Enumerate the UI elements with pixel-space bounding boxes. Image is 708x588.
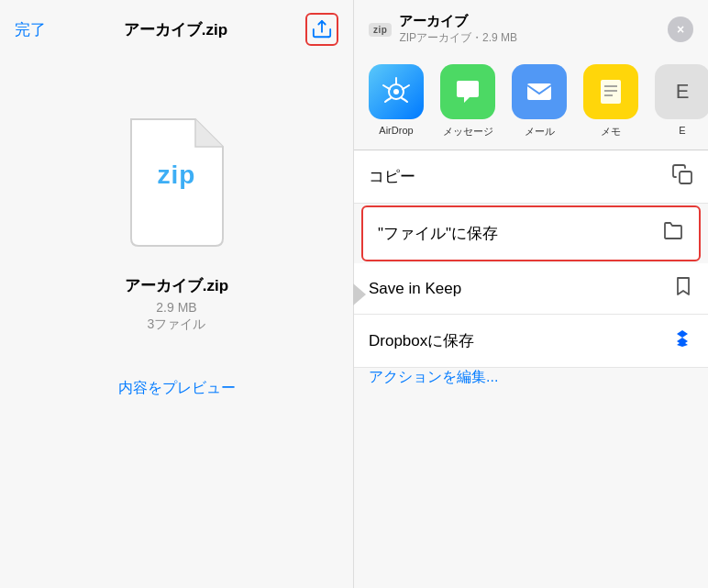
action-save-files-label: "ファイル"に保存 <box>378 223 498 244</box>
share-icons-row: AirDrop メッセージ メール <box>354 53 708 150</box>
left-header: 完了 アーカイブ.zip <box>0 0 353 55</box>
copy-icon <box>671 163 693 190</box>
notes-label: メモ <box>601 125 621 139</box>
arrow-divider <box>353 283 366 305</box>
zip-file-icon: zip <box>122 110 232 248</box>
zip-badge: zip <box>369 23 392 37</box>
extra-icon: E <box>655 64 708 119</box>
svg-rect-3 <box>527 83 551 100</box>
notes-icon <box>583 64 638 119</box>
right-header-left: zip アーカイブ ZIPアーカイブ・2.9 MB <box>369 13 517 46</box>
airdrop-icon <box>369 64 424 119</box>
keep-icon <box>673 276 693 301</box>
messages-label: メッセージ <box>443 125 493 139</box>
extra-label: E <box>679 125 685 136</box>
save-files-icon <box>662 220 684 247</box>
messages-icon <box>440 64 495 119</box>
share-icon-extra[interactable]: E E <box>655 64 708 136</box>
right-header-title: アーカイブ <box>399 13 517 30</box>
action-save-dropbox-label: Dropboxに保存 <box>369 330 474 351</box>
done-button[interactable]: 完了 <box>15 19 46 40</box>
extra-label-icon: E <box>676 80 690 104</box>
action-copy[interactable]: コピー <box>354 150 708 204</box>
action-save-files[interactable]: "ファイル"に保存 <box>361 205 701 261</box>
right-header: zip アーカイブ ZIPアーカイブ・2.9 MB × <box>354 0 708 53</box>
share-icon-mail[interactable]: メール <box>512 64 567 139</box>
file-name: アーカイブ.zip <box>125 275 228 296</box>
left-panel: 完了 アーカイブ.zip zip アーカイブ.zip 2.9 MB 3ファイル <box>0 0 354 588</box>
share-icon-notes[interactable]: メモ <box>583 64 638 139</box>
share-button[interactable] <box>305 13 338 46</box>
zip-icon-area: zip <box>122 110 232 248</box>
svg-point-2 <box>393 89 399 94</box>
preview-link[interactable]: 内容をプレビュー <box>118 379 236 398</box>
close-button[interactable]: × <box>668 17 693 42</box>
airdrop-label: AirDrop <box>379 125 413 136</box>
svg-rect-8 <box>680 172 691 183</box>
svg-rect-4 <box>601 80 621 104</box>
action-save-keep[interactable]: Save in Keep <box>354 263 708 315</box>
action-copy-label: コピー <box>369 166 415 187</box>
save-files-wrapper: "ファイル"に保存 <box>354 204 708 263</box>
file-info: アーカイブ.zip 2.9 MB 3ファイル <box>125 275 228 333</box>
mail-icon <box>512 64 567 119</box>
right-header-sub: ZIPアーカイブ・2.9 MB <box>399 30 517 46</box>
action-save-keep-label: Save in Keep <box>369 280 461 298</box>
file-count: 3ファイル <box>125 316 228 333</box>
right-panel: zip アーカイブ ZIPアーカイブ・2.9 MB × <box>354 0 708 588</box>
share-icon-airdrop[interactable]: AirDrop <box>369 64 424 136</box>
left-title: アーカイブ.zip <box>124 19 227 40</box>
share-icon-messages[interactable]: メッセージ <box>440 64 495 139</box>
edit-actions-row: アクションを編集... <box>354 368 708 387</box>
dropbox-icon <box>671 327 693 354</box>
edit-actions-link[interactable]: アクションを編集... <box>354 356 513 397</box>
right-header-title-block: アーカイブ ZIPアーカイブ・2.9 MB <box>399 13 517 46</box>
file-size: 2.9 MB <box>125 300 228 315</box>
mail-label: メール <box>525 125 555 139</box>
zip-text-on-icon: zip <box>122 161 232 190</box>
